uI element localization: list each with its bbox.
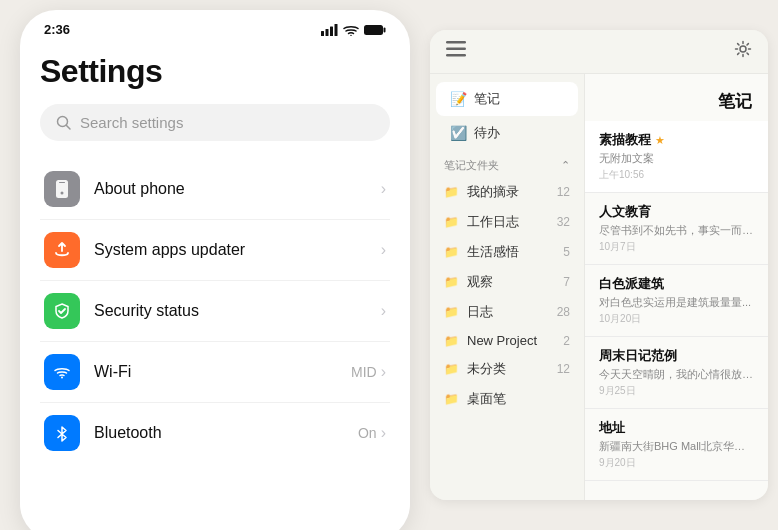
sidebar-item-notes[interactable]: 📝 笔记 (436, 82, 578, 116)
folder-observe[interactable]: 📁 观察 7 (430, 267, 584, 297)
folder-uncategorized[interactable]: 📁 未分类 12 (430, 354, 584, 384)
system-apps-icon (44, 232, 80, 268)
svg-line-8 (67, 125, 71, 129)
settings-item-wifi[interactable]: Wi-Fi MID › (40, 342, 390, 403)
folder-desktop[interactable]: 📁 桌面笔 (430, 384, 584, 414)
about-phone-label: About phone (94, 180, 381, 198)
settings-title: Settings (40, 53, 390, 90)
folder-new-project[interactable]: 📁 New Project 2 (430, 327, 584, 354)
bluetooth-badge: On › (358, 424, 386, 442)
notes-list: 笔记 素描教程 ★ 无附加文案 上午10:56 人文教育 尽管书到不如先书，事实… (585, 74, 768, 500)
notes-main: 📝 笔记 ☑️ 待办 笔记文件夹 ⌃ 📁 我的摘录 12 📁 工作日志 32 (430, 74, 768, 500)
folder-icon: 📁 (444, 392, 459, 406)
svg-rect-3 (335, 24, 338, 36)
svg-point-4 (350, 34, 351, 35)
folder-icon: 📁 (444, 245, 459, 259)
folder-section-header: 笔记文件夹 ⌃ (430, 150, 584, 177)
notes-icon: 📝 (450, 91, 466, 107)
system-apps-chevron: › (381, 241, 386, 259)
bluetooth-icon (44, 415, 80, 451)
note-item-4[interactable]: 周末日记范例 今天天空晴朗，我的心情很放松，右 9月25日 (585, 337, 768, 409)
security-icon (44, 293, 80, 329)
settings-list: About phone › System apps updater › (40, 159, 390, 463)
wifi-icon (343, 24, 359, 36)
notes-toolbar (430, 30, 768, 74)
gear-icon[interactable] (734, 40, 752, 63)
system-apps-label: System apps updater (94, 241, 381, 259)
svg-rect-5 (364, 25, 383, 35)
wifi-settings-icon (44, 354, 80, 390)
svg-point-12 (61, 377, 63, 379)
notes-sidebar: 📝 笔记 ☑️ 待办 笔记文件夹 ⌃ 📁 我的摘录 12 📁 工作日志 32 (430, 74, 585, 500)
sidebar-item-todo[interactable]: ☑️ 待办 (436, 116, 578, 150)
collapse-icon[interactable]: ⌃ (561, 159, 570, 172)
folder-icon: 📁 (444, 362, 459, 376)
svg-rect-13 (446, 41, 466, 44)
svg-rect-0 (321, 31, 324, 36)
svg-rect-10 (59, 182, 65, 183)
phone-content: Settings Search settings About phone (20, 41, 410, 530)
note-item-2[interactable]: 人文教育 尽管书到不如先书，事实一而再再而三 10月7日 (585, 193, 768, 265)
svg-rect-6 (384, 27, 386, 32)
sidebar-toggle-icon[interactable] (446, 41, 466, 62)
todo-icon: ☑️ (450, 125, 466, 141)
folder-diary[interactable]: 📁 日志 28 (430, 297, 584, 327)
search-placeholder: Search settings (80, 114, 183, 131)
folder-icon: 📁 (444, 334, 459, 348)
note-item-1[interactable]: 素描教程 ★ 无附加文案 上午10:56 (585, 121, 768, 193)
note-item-5[interactable]: 地址 新疆南大街BHG Mall北京华联储 9月20日 (585, 409, 768, 481)
svg-rect-15 (446, 54, 466, 57)
phone-panel: 2:36 Settings (20, 10, 410, 530)
status-icons (321, 24, 386, 36)
signal-bars-icon (321, 24, 338, 36)
star-icon: ★ (655, 134, 665, 147)
folder-icon: 📁 (444, 185, 459, 199)
svg-rect-1 (326, 29, 329, 36)
settings-item-security-status[interactable]: Security status › (40, 281, 390, 342)
svg-point-16 (740, 46, 746, 52)
folder-icon: 📁 (444, 275, 459, 289)
bluetooth-label: Bluetooth (94, 424, 358, 442)
note-item-3[interactable]: 白色派建筑 对白色忠实运用是建筑最量量... 10月20日 (585, 265, 768, 337)
folder-life-feelings[interactable]: 📁 生活感悟 5 (430, 237, 584, 267)
wifi-badge: MID › (351, 363, 386, 381)
settings-item-system-apps-updater[interactable]: System apps updater › (40, 220, 390, 281)
notes-list-title: 笔记 (585, 74, 768, 121)
battery-icon (364, 24, 386, 36)
time-display: 2:36 (44, 22, 70, 37)
settings-item-bluetooth[interactable]: Bluetooth On › (40, 403, 390, 463)
folder-my-notes[interactable]: 📁 我的摘录 12 (430, 177, 584, 207)
folder-icon: 📁 (444, 215, 459, 229)
security-chevron: › (381, 302, 386, 320)
folder-work-diary[interactable]: 📁 工作日志 32 (430, 207, 584, 237)
status-bar: 2:36 (20, 10, 410, 41)
search-icon (56, 115, 72, 131)
svg-rect-2 (330, 26, 333, 36)
wifi-label: Wi-Fi (94, 363, 351, 381)
about-phone-chevron: › (381, 180, 386, 198)
search-bar[interactable]: Search settings (40, 104, 390, 141)
folder-icon: 📁 (444, 305, 459, 319)
about-phone-icon (44, 171, 80, 207)
settings-item-about-phone[interactable]: About phone › (40, 159, 390, 220)
svg-point-11 (61, 192, 64, 195)
notes-panel: 📝 笔记 ☑️ 待办 笔记文件夹 ⌃ 📁 我的摘录 12 📁 工作日志 32 (430, 30, 768, 500)
security-label: Security status (94, 302, 381, 320)
svg-rect-14 (446, 48, 466, 51)
